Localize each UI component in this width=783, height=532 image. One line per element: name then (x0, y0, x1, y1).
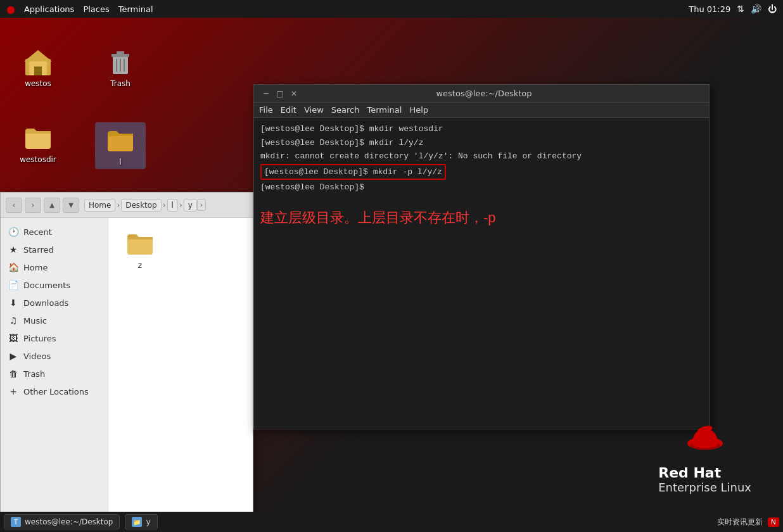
redhat-icon: ● (6, 3, 15, 15)
westosdir-icon-label: westosdir (20, 155, 56, 164)
clock: Thu 01:29 (689, 4, 730, 14)
westos-icon-label: westos (25, 79, 51, 88)
bottom-task-y[interactable]: 📁 y (125, 514, 157, 529)
news-badge: N (768, 517, 779, 527)
terminal-minimize-btn[interactable]: ─ (260, 88, 272, 99)
z-folder-icon (125, 228, 155, 258)
news-label: 实时资讯更新 (717, 517, 763, 528)
trash-icon-label: Trash (110, 79, 130, 88)
terminal-close-btn[interactable]: ✕ (288, 88, 300, 99)
breadcrumb-l[interactable]: l (167, 199, 178, 212)
terminal-line-4: [westos@lee Desktop]$ mkdir -p l/y/z (260, 164, 703, 180)
svg-rect-3 (34, 66, 42, 75)
terminal-menu-edit[interactable]: Edit (281, 105, 296, 115)
fm-toolbar: ‹ › ▲ ▼ Home › Desktop › l › y › (1, 193, 253, 218)
recent-icon: 🕐 (8, 227, 18, 237)
desktop-icon-trash[interactable]: Trash (95, 46, 146, 88)
y-task-icon: 📁 (132, 517, 142, 527)
terminal-line-5: [westos@lee Desktop]$ (260, 181, 703, 194)
pictures-icon: 🖼 (8, 333, 18, 343)
sidebar-pictures-label: Pictures (23, 334, 56, 343)
taskbar-right: Thu 01:29 ⇅ 🔊 ⏻ (689, 4, 777, 14)
l-icon-label: l (119, 158, 121, 167)
terminal-highlighted-command: [westos@lee Desktop]$ mkdir -p l/y/z (260, 164, 446, 180)
terminal-menu[interactable]: Terminal (118, 4, 153, 14)
desktop-icon-westosdir[interactable]: westosdir (13, 122, 63, 164)
breadcrumb-y[interactable]: y (184, 199, 197, 212)
desktop-icon-l[interactable]: l (95, 122, 146, 169)
sidebar-starred-label: Starred (23, 245, 54, 255)
terminal-menu-terminal[interactable]: Terminal (367, 105, 402, 115)
downloads-icon: ⬇ (8, 298, 18, 308)
sidebar-item-trash[interactable]: 🗑 Trash (1, 365, 108, 383)
sidebar-item-downloads[interactable]: ⬇ Downloads (1, 294, 108, 312)
fm-down-btn[interactable]: ▼ (63, 198, 79, 213)
breadcrumb-more[interactable]: › (197, 199, 206, 211)
terminal-line-3: mkdir: cannot create directory 'l/y/z': … (260, 150, 703, 163)
terminal-menu-view[interactable]: View (304, 105, 324, 115)
terminal-line-2: [westos@lee Desktop]$ mkdir l/y/z (260, 137, 703, 149)
fm-up-btn[interactable]: ▲ (44, 198, 60, 213)
sidebar-trash-label: Trash (23, 369, 45, 379)
z-file-label: z (138, 261, 142, 270)
sidebar-videos-label: Videos (23, 352, 51, 361)
redhat-logo: Red Hat Enterprise Linux (658, 418, 751, 494)
places-menu[interactable]: Places (83, 4, 109, 14)
sidebar-documents-label: Documents (23, 281, 70, 290)
breadcrumb-desktop[interactable]: Desktop (121, 199, 162, 212)
svg-rect-6 (117, 51, 124, 54)
sidebar-item-pictures[interactable]: 🖼 Pictures (1, 329, 108, 347)
fm-breadcrumb: Home › Desktop › l › y › (84, 199, 206, 212)
redhat-hat-icon (686, 418, 724, 456)
fm-sidebar: 🕐 Recent ★ Starred 🏠 Home 📄 Documents ⬇ (1, 218, 108, 532)
svg-marker-2 (24, 50, 52, 61)
sidebar-item-documents[interactable]: 📄 Documents (1, 276, 108, 294)
file-manager-window: ‹ › ▲ ▼ Home › Desktop › l › y › 🕐 Recen… (0, 192, 253, 532)
sidebar-other-locations-label: Other Locations (23, 387, 89, 396)
terminal-win-controls: ─ □ ✕ (260, 88, 300, 99)
terminal-body[interactable]: [westos@lee Desktop]$ mkdir westosdir [w… (254, 118, 709, 429)
sidebar-item-videos[interactable]: ▶ Videos (1, 347, 108, 365)
bottom-task-terminal-label: westos@lee:~/Desktop (25, 517, 113, 526)
terminal-task-icon: T (11, 517, 21, 527)
sidebar-home-label: Home (23, 263, 48, 272)
terminal-menubar: File Edit View Search Terminal Help (254, 103, 709, 118)
breadcrumb-home[interactable]: Home (84, 199, 115, 212)
taskbar-left: ● Applications Places Terminal (6, 3, 153, 15)
desktop-icon-westos[interactable]: westos (13, 46, 63, 88)
terminal-line-1: [westos@lee Desktop]$ mkdir westosdir (260, 123, 703, 136)
fm-forward-btn[interactable]: › (25, 198, 41, 213)
network-icon: ⇅ (737, 4, 744, 14)
bottom-right: 实时资讯更新 N (717, 517, 779, 528)
redhat-product: Enterprise Linux (658, 481, 751, 494)
videos-icon: ▶ (8, 351, 18, 361)
fm-back-btn[interactable]: ‹ (6, 198, 22, 213)
terminal-menu-file[interactable]: File (259, 105, 273, 115)
sidebar-item-recent[interactable]: 🕐 Recent (1, 223, 108, 241)
other-locations-icon: + (8, 386, 18, 396)
documents-icon: 📄 (8, 280, 18, 290)
l-folder-icon (105, 125, 136, 155)
home-sidebar-icon: 🏠 (8, 262, 18, 272)
home-folder-icon (23, 46, 53, 77)
terminal-menu-help[interactable]: Help (409, 105, 428, 115)
westosdir-folder-icon (23, 122, 53, 153)
sidebar-item-starred[interactable]: ★ Starred (1, 241, 108, 258)
applications-menu[interactable]: Applications (24, 4, 74, 14)
sidebar-item-other-locations[interactable]: + Other Locations (1, 383, 108, 400)
volume-icon: 🔊 (751, 4, 761, 14)
sidebar-item-home[interactable]: 🏠 Home (1, 258, 108, 276)
terminal-maximize-btn[interactable]: □ (274, 88, 286, 99)
trash-folder-icon (105, 46, 136, 77)
redhat-text: Red Hat Enterprise Linux (658, 465, 751, 494)
file-item-z[interactable]: z (115, 224, 165, 274)
terminal-menu-search[interactable]: Search (331, 105, 360, 115)
bottom-task-terminal[interactable]: T westos@lee:~/Desktop (4, 514, 120, 529)
sidebar-item-music[interactable]: ♫ Music (1, 312, 108, 329)
bottom-task-y-label: y (146, 517, 150, 526)
power-icon: ⏻ (768, 4, 777, 14)
terminal-window: ─ □ ✕ westos@lee:~/Desktop File Edit Vie… (253, 84, 710, 429)
bottom-taskbar: T westos@lee:~/Desktop 📁 y 实时资讯更新 N (0, 512, 783, 532)
sidebar-recent-label: Recent (23, 227, 52, 237)
desktop: westos Trash westosdir (0, 18, 783, 532)
